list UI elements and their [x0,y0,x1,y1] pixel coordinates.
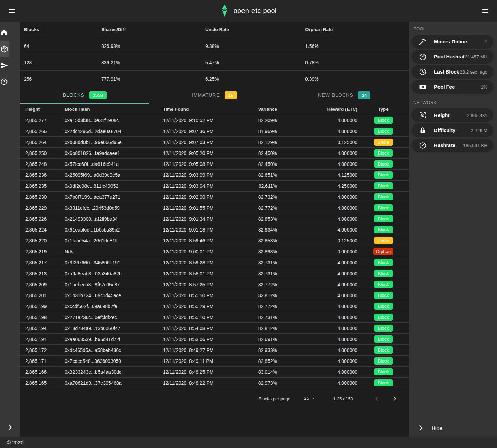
app-root: open-etc-pool ? BlocksShares/DiffUn [0,0,497,448]
speedometer-icon [419,141,427,149]
cell-variance: 82,812% [238,293,277,298]
cell-type: Block [357,325,409,332]
cell-reward: 4.000000 [277,227,357,233]
cell-type: Block [357,117,409,124]
stats-header-cell: Orphan Rate [305,27,409,32]
table-row: 2,865,172 0xdc465d5a...a58beb436c 12/11/… [20,345,409,356]
panel-menu-button[interactable] [479,5,492,17]
cell-type: Block [357,303,409,310]
tab-blocks[interactable]: BLOCKS 1558 [20,87,149,104]
type-badge: Block [374,149,393,157]
panel-stat-pool-hashrate: Pool Hashrate 31.457 MH [411,50,493,64]
table-row: 2,865,266 0x2dc4295d...2dae0a8704 12/11/… [20,126,409,137]
table-row: 2,865,199 0xccdf562f...69a698b7fe 12/11/… [20,301,409,312]
table-row: 2,865,166 0x3233243e...b5a4aa30dc 12/11/… [20,367,409,378]
cell-type: Block [357,335,409,343]
cell-reward: 4.000000 [277,118,357,123]
cell-type: Block [357,292,409,299]
cell-reward: 4.000000 [277,129,357,134]
sidebar-item-payments[interactable] [0,57,9,74]
type-badge: Block [374,182,393,189]
per-page-select[interactable]: 25 [303,394,316,403]
tab-immature[interactable]: IMMATURE 16 [149,87,279,104]
cell-time: 12/11/2020, 8:48:25 PM [163,369,238,375]
cell-hash: 0xa9a8eab3...03a340a82b [65,271,163,276]
stats-cell: 836.21% [101,60,205,65]
table-row: 2,865,248 0x57fec60f...da616e941a 12/11/… [20,159,409,170]
cell-reward: 4.000000 [277,161,357,167]
tab-new-blocks[interactable]: NEW BLOCKS 14 [279,87,409,104]
cell-hash: 0x1fabe54a...2661de81ff [65,238,163,243]
blocks-header-row: Height Block Hash Time Found Variance Re… [20,104,409,115]
tab-label: NEW BLOCKS [318,92,353,98]
stats-cell: 0.78% [305,60,409,65]
tab-label: IMMATURE [192,92,220,98]
table-row: 2,865,219 N/A 12/11/2020, 9:00:01 PM 82,… [20,246,409,257]
hide-panel-button[interactable]: Hide [409,419,497,437]
panel-stat-miners-online: Miners Online 1 [411,35,493,49]
panel-section-title: POOL [409,22,497,35]
stats-cell: 128 [24,60,101,65]
next-page-button[interactable] [389,393,401,405]
cell-type: Block [357,314,409,321]
cell-height: 2,865,229 [20,205,65,211]
tabs-bar: BLOCKS 1558 IMMATURE 16 NEW BLOCKS 14 [20,87,409,104]
table-row: 2,865,194 0x18d734a9...13b6060f47 12/11/… [20,323,409,334]
table-row: 2,865,264 0xb08dd0b1...99e066d95e 12/11/… [20,137,409,148]
cell-variance: 82,732% [238,194,277,200]
cell-variance: 82,731% [238,315,277,320]
panel-stat-value: 1 [485,39,493,44]
sidebar-item-blocks[interactable] [0,41,9,57]
cell-reward: 0.000000 [277,249,357,254]
panel-section-network: NETWORK Height 2,865,431 Difficulty 2.44… [409,95,497,152]
main-content: BlocksShares/DiffUncle RateOrphan Rate64… [20,22,409,437]
lock-icon [419,126,427,134]
cell-variance: 82,651% [238,172,277,178]
pagination-bar: Blocks per page 25 1-25 of 50 [20,388,409,409]
cell-time: 12/11/2020, 9:07:03 PM [163,140,238,145]
cell-hash: 0x1aebeca8...8f67c05e87 [65,282,163,287]
cell-height: 2,865,235 [20,183,65,189]
table-row: 2,865,236 0x25095f69...a0d39e9e5a 12/11/… [20,170,409,181]
cell-variance: 82,933% [238,347,277,353]
sidebar-expand-button[interactable] [0,418,20,437]
cell-reward: 4.125000 [277,172,357,178]
cell-time: 12/11/2020, 9:03:09 PM [163,172,238,178]
cell-height: 2,865,209 [20,282,65,287]
panel-stat-value: 2,865,431 [467,113,493,118]
stats-cell: 64 [24,43,101,49]
cell-hash: 0xa15d3f38...0e31f1908c [65,118,163,123]
cell-variance: 81,969% [238,129,277,134]
table-row: 2,865,165 0xa70621d9...37e305468a 12/11/… [20,378,409,388]
panel-stat-difficulty: Difficulty 2.449 M [411,123,493,137]
cell-variance: 82,450% [238,150,277,156]
sidebar-item-help[interactable]: ? [0,74,8,90]
cell-type: Block [357,204,409,211]
previous-page-button[interactable] [371,393,383,405]
hamburger-icon [481,7,489,15]
cell-height: 2,865,166 [20,369,65,375]
table-row: 2,865,209 0x1aebeca8...8f67c05e87 12/11/… [20,279,409,290]
type-badge: Block [374,325,393,332]
type-badge: Block [374,193,393,200]
cell-type: Block [357,346,409,354]
cell-variance: 82,611% [238,183,277,189]
share-stats-table: BlocksShares/DiffUncle RateOrphan Rate64… [20,22,409,87]
type-badge: Block [374,270,393,277]
cell-reward: 4.000000 [277,293,357,298]
chevron-right-icon [417,424,425,432]
cell-height: 2,865,277 [20,118,65,123]
help-icon: ? [0,78,8,86]
sidebar-item-home[interactable] [0,24,8,41]
nav-menu-button[interactable] [5,5,18,17]
cell-height: 2,865,165 [20,380,65,386]
cell-height: 2,865,213 [20,271,65,276]
type-badge: Block [374,314,393,321]
home-icon [0,28,8,37]
type-badge: Block [374,303,393,310]
chevron-left-icon [374,395,380,402]
panel-section-title: NETWORK [409,95,497,108]
chevron-right-icon [391,395,398,402]
cell-variance: 82,853% [238,238,277,243]
type-badge: Block [374,171,393,179]
